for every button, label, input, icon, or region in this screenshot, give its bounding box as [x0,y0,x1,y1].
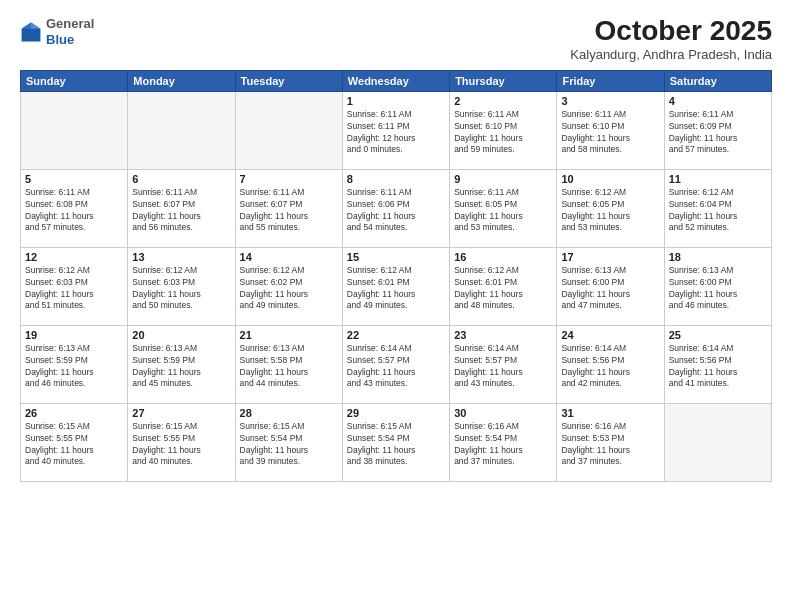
day-number: 9 [454,173,552,185]
calendar-cell: 17Sunrise: 6:13 AM Sunset: 6:00 PM Dayli… [557,247,664,325]
day-number: 24 [561,329,659,341]
day-number: 25 [669,329,767,341]
week-row-3: 12Sunrise: 6:12 AM Sunset: 6:03 PM Dayli… [21,247,772,325]
location-subtitle: Kalyandurg, Andhra Pradesh, India [570,47,772,62]
day-info: Sunrise: 6:11 AM Sunset: 6:05 PM Dayligh… [454,187,552,235]
day-number: 31 [561,407,659,419]
day-number: 4 [669,95,767,107]
calendar-cell: 28Sunrise: 6:15 AM Sunset: 5:54 PM Dayli… [235,403,342,481]
day-info: Sunrise: 6:12 AM Sunset: 6:04 PM Dayligh… [669,187,767,235]
day-number: 17 [561,251,659,263]
day-info: Sunrise: 6:14 AM Sunset: 5:56 PM Dayligh… [561,343,659,391]
logo-icon [20,21,42,43]
day-info: Sunrise: 6:15 AM Sunset: 5:55 PM Dayligh… [25,421,123,469]
calendar-cell: 7Sunrise: 6:11 AM Sunset: 6:07 PM Daylig… [235,169,342,247]
calendar-cell: 11Sunrise: 6:12 AM Sunset: 6:04 PM Dayli… [664,169,771,247]
day-number: 18 [669,251,767,263]
calendar-cell: 29Sunrise: 6:15 AM Sunset: 5:54 PM Dayli… [342,403,449,481]
day-number: 12 [25,251,123,263]
day-info: Sunrise: 6:11 AM Sunset: 6:11 PM Dayligh… [347,109,445,157]
calendar-cell: 3Sunrise: 6:11 AM Sunset: 6:10 PM Daylig… [557,91,664,169]
day-info: Sunrise: 6:13 AM Sunset: 5:59 PM Dayligh… [25,343,123,391]
week-row-2: 5Sunrise: 6:11 AM Sunset: 6:08 PM Daylig… [21,169,772,247]
day-info: Sunrise: 6:11 AM Sunset: 6:10 PM Dayligh… [454,109,552,157]
day-info: Sunrise: 6:13 AM Sunset: 5:58 PM Dayligh… [240,343,338,391]
day-info: Sunrise: 6:15 AM Sunset: 5:54 PM Dayligh… [347,421,445,469]
calendar-cell: 13Sunrise: 6:12 AM Sunset: 6:03 PM Dayli… [128,247,235,325]
day-info: Sunrise: 6:11 AM Sunset: 6:09 PM Dayligh… [669,109,767,157]
calendar-cell: 19Sunrise: 6:13 AM Sunset: 5:59 PM Dayli… [21,325,128,403]
day-number: 26 [25,407,123,419]
day-number: 6 [132,173,230,185]
day-number: 20 [132,329,230,341]
calendar-cell: 20Sunrise: 6:13 AM Sunset: 5:59 PM Dayli… [128,325,235,403]
weekday-header-monday: Monday [128,70,235,91]
day-number: 14 [240,251,338,263]
calendar-cell: 6Sunrise: 6:11 AM Sunset: 6:07 PM Daylig… [128,169,235,247]
day-number: 1 [347,95,445,107]
calendar-cell: 15Sunrise: 6:12 AM Sunset: 6:01 PM Dayli… [342,247,449,325]
calendar-cell: 18Sunrise: 6:13 AM Sunset: 6:00 PM Dayli… [664,247,771,325]
calendar-cell [235,91,342,169]
calendar-cell: 23Sunrise: 6:14 AM Sunset: 5:57 PM Dayli… [450,325,557,403]
calendar-cell: 10Sunrise: 6:12 AM Sunset: 6:05 PM Dayli… [557,169,664,247]
calendar-cell: 9Sunrise: 6:11 AM Sunset: 6:05 PM Daylig… [450,169,557,247]
weekday-header-friday: Friday [557,70,664,91]
day-info: Sunrise: 6:16 AM Sunset: 5:53 PM Dayligh… [561,421,659,469]
day-number: 23 [454,329,552,341]
calendar-cell: 21Sunrise: 6:13 AM Sunset: 5:58 PM Dayli… [235,325,342,403]
day-number: 2 [454,95,552,107]
week-row-1: 1Sunrise: 6:11 AM Sunset: 6:11 PM Daylig… [21,91,772,169]
logo-general-text: General [46,16,94,31]
calendar-cell: 30Sunrise: 6:16 AM Sunset: 5:54 PM Dayli… [450,403,557,481]
day-info: Sunrise: 6:13 AM Sunset: 5:59 PM Dayligh… [132,343,230,391]
weekday-header-row: SundayMondayTuesdayWednesdayThursdayFrid… [21,70,772,91]
day-info: Sunrise: 6:16 AM Sunset: 5:54 PM Dayligh… [454,421,552,469]
day-number: 27 [132,407,230,419]
day-number: 8 [347,173,445,185]
day-number: 10 [561,173,659,185]
weekday-header-thursday: Thursday [450,70,557,91]
day-info: Sunrise: 6:15 AM Sunset: 5:54 PM Dayligh… [240,421,338,469]
calendar-cell: 5Sunrise: 6:11 AM Sunset: 6:08 PM Daylig… [21,169,128,247]
calendar-cell: 12Sunrise: 6:12 AM Sunset: 6:03 PM Dayli… [21,247,128,325]
day-number: 7 [240,173,338,185]
day-info: Sunrise: 6:12 AM Sunset: 6:03 PM Dayligh… [132,265,230,313]
calendar-cell: 26Sunrise: 6:15 AM Sunset: 5:55 PM Dayli… [21,403,128,481]
day-number: 5 [25,173,123,185]
calendar-table: SundayMondayTuesdayWednesdayThursdayFrid… [20,70,772,482]
day-number: 3 [561,95,659,107]
page: General Blue October 2025 Kalyandurg, An… [0,0,792,612]
day-info: Sunrise: 6:14 AM Sunset: 5:56 PM Dayligh… [669,343,767,391]
week-row-4: 19Sunrise: 6:13 AM Sunset: 5:59 PM Dayli… [21,325,772,403]
week-row-5: 26Sunrise: 6:15 AM Sunset: 5:55 PM Dayli… [21,403,772,481]
day-info: Sunrise: 6:11 AM Sunset: 6:07 PM Dayligh… [240,187,338,235]
calendar-cell: 27Sunrise: 6:15 AM Sunset: 5:55 PM Dayli… [128,403,235,481]
day-info: Sunrise: 6:13 AM Sunset: 6:00 PM Dayligh… [561,265,659,313]
day-number: 16 [454,251,552,263]
calendar-cell: 4Sunrise: 6:11 AM Sunset: 6:09 PM Daylig… [664,91,771,169]
day-info: Sunrise: 6:12 AM Sunset: 6:01 PM Dayligh… [454,265,552,313]
day-info: Sunrise: 6:11 AM Sunset: 6:10 PM Dayligh… [561,109,659,157]
day-info: Sunrise: 6:15 AM Sunset: 5:55 PM Dayligh… [132,421,230,469]
day-info: Sunrise: 6:11 AM Sunset: 6:06 PM Dayligh… [347,187,445,235]
logo-text: General Blue [46,16,94,47]
calendar-cell: 16Sunrise: 6:12 AM Sunset: 6:01 PM Dayli… [450,247,557,325]
day-info: Sunrise: 6:12 AM Sunset: 6:03 PM Dayligh… [25,265,123,313]
calendar-cell: 1Sunrise: 6:11 AM Sunset: 6:11 PM Daylig… [342,91,449,169]
day-number: 11 [669,173,767,185]
calendar-cell: 2Sunrise: 6:11 AM Sunset: 6:10 PM Daylig… [450,91,557,169]
day-number: 28 [240,407,338,419]
day-number: 30 [454,407,552,419]
day-info: Sunrise: 6:14 AM Sunset: 5:57 PM Dayligh… [454,343,552,391]
svg-marker-1 [31,22,40,28]
day-info: Sunrise: 6:11 AM Sunset: 6:08 PM Dayligh… [25,187,123,235]
calendar-cell: 24Sunrise: 6:14 AM Sunset: 5:56 PM Dayli… [557,325,664,403]
calendar-cell [664,403,771,481]
header: General Blue October 2025 Kalyandurg, An… [20,16,772,62]
logo: General Blue [20,16,94,47]
day-number: 22 [347,329,445,341]
day-number: 19 [25,329,123,341]
weekday-header-tuesday: Tuesday [235,70,342,91]
svg-marker-2 [22,22,31,28]
